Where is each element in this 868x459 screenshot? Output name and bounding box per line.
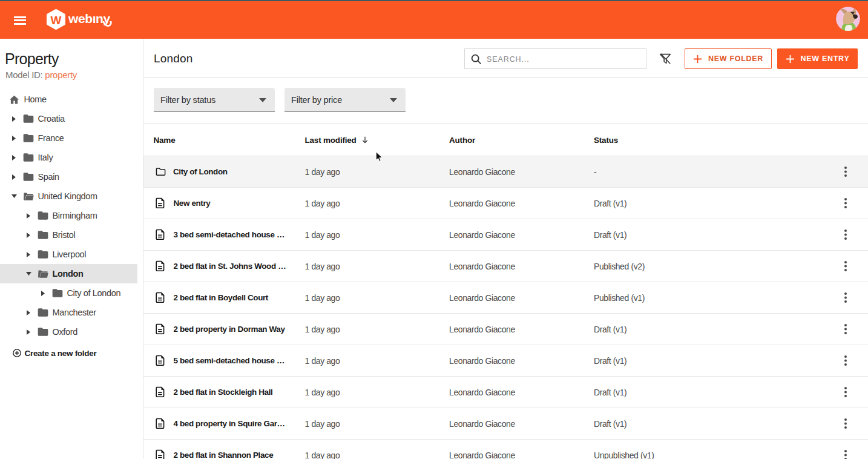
svg-text:W: W	[51, 14, 62, 27]
